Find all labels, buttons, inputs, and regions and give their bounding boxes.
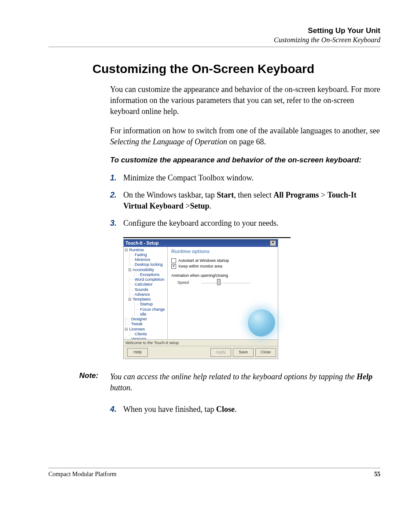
tree-startup[interactable]: Startup: [125, 302, 166, 307]
tree-word-completion[interactable]: Word completion: [125, 277, 166, 282]
autostart-label: Autostart at Windows startup: [178, 258, 229, 263]
touch-it-setup-window: Touch-It - Setup × Runtime Fading Minimi…: [123, 239, 278, 359]
save-button[interactable]: Save: [233, 348, 254, 357]
step-number: 4.: [110, 404, 123, 415]
footer-product: Compact Modular Platform: [48, 471, 117, 478]
step-1-body: Minimize the Compact Toolbox window.: [123, 172, 380, 183]
para2-pre: For information on how to switch from on…: [110, 126, 380, 135]
step-number: 3.: [110, 218, 123, 229]
tree-clients[interactable]: Clients: [125, 332, 166, 337]
apply-button[interactable]: Apply: [210, 348, 231, 357]
tree-versions[interactable]: Versions: [125, 337, 166, 339]
help-button[interactable]: Help: [127, 348, 148, 357]
note-label: Note:: [79, 371, 110, 393]
tree-templates[interactable]: Templates: [125, 297, 166, 302]
options-panel: Runtime options Autostart at Windows sta…: [168, 247, 278, 339]
nav-tree[interactable]: Runtime Fading Minimize Desktop locking …: [124, 247, 168, 339]
header-rule: [48, 47, 380, 47]
window-title: Touch-It - Setup: [125, 241, 158, 246]
keep-within-label: Keep within monitor area: [179, 264, 223, 268]
window-close-button[interactable]: ×: [270, 240, 276, 246]
step-1: 1. Minimize the Compact Toolbox window.: [110, 172, 380, 183]
speed-slider[interactable]: [202, 281, 250, 283]
status-bar: Welcome to the Touch-It setup: [124, 339, 278, 346]
tree-idle[interactable]: Idle: [125, 312, 166, 317]
tree-fading[interactable]: Fading: [125, 253, 166, 257]
tree-licenses[interactable]: Licenses: [125, 327, 166, 332]
autostart-checkbox[interactable]: [171, 258, 176, 263]
task-intro: To customize the appearance and behavior…: [110, 155, 380, 165]
step-4: 4. When you have finished, tap Close.: [110, 404, 380, 415]
panel-title: Runtime options: [171, 249, 274, 254]
tree-runtime[interactable]: Runtime: [125, 248, 166, 253]
tree-advance[interactable]: Advance: [125, 292, 166, 297]
tree-desktop-locking[interactable]: Desktop locking: [125, 262, 166, 267]
intro-paragraph-1: You can customize the appearance and beh…: [110, 84, 380, 117]
step-3: 3. Configure the keyboard according to y…: [110, 218, 380, 229]
intro-paragraph-2: For information on how to switch from on…: [110, 125, 380, 147]
step-4-body: When you have finished, tap Close.: [123, 404, 380, 415]
running-header-subtitle: Customizing the On-Screen Keyboard: [48, 36, 380, 44]
tree-exceptions[interactable]: Exceptions: [125, 272, 166, 277]
tree-calculator[interactable]: Calculator: [125, 282, 166, 287]
note-body: You can access the online help related t…: [110, 371, 380, 393]
page-number: 55: [374, 471, 380, 478]
step-3-body: Configure the keyboard according to your…: [123, 218, 380, 229]
decorative-orb-icon: [248, 309, 275, 337]
figure-top-rule: [123, 237, 291, 238]
step-2-body: On the Windows taskbar, tap Start, then …: [123, 190, 380, 212]
tree-focus-change[interactable]: Focus change: [125, 307, 166, 312]
close-button[interactable]: Close: [255, 348, 276, 357]
tree-minimize[interactable]: Minimize: [125, 257, 166, 262]
animation-label: Animation when opening/closing: [171, 273, 274, 278]
figure-setup-window: Touch-It - Setup × Runtime Fading Minimi…: [123, 237, 380, 359]
footer-rule: [48, 468, 380, 468]
tree-tweak[interactable]: Tweak: [125, 322, 166, 327]
tree-sounds[interactable]: Sounds: [125, 287, 166, 292]
step-2: 2. On the Windows taskbar, tap Start, th…: [110, 190, 380, 212]
keep-within-checkbox[interactable]: ✔: [171, 264, 176, 269]
step-number: 2.: [110, 190, 123, 212]
para2-xref: Selecting the Language of Operation: [110, 137, 227, 146]
para2-post: on page 68.: [227, 137, 266, 146]
section-title: Customizing the On-Screen Keyboard: [92, 62, 380, 76]
speed-label: Speed: [171, 280, 202, 285]
step-number: 1.: [110, 172, 123, 183]
tree-designer[interactable]: Designer: [125, 317, 166, 322]
window-titlebar[interactable]: Touch-It - Setup ×: [124, 239, 278, 247]
tree-accessibility[interactable]: Accessibility: [125, 268, 166, 272]
running-header-title: Setting Up Your Unit: [48, 26, 380, 35]
slider-thumb[interactable]: [217, 279, 221, 285]
note-block: Note: You can access the online help rel…: [79, 371, 380, 393]
